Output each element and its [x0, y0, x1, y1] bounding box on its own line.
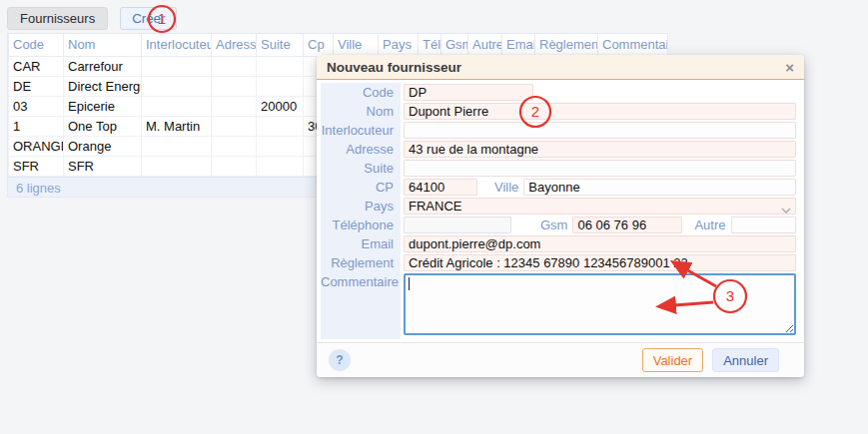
cell-code: DE	[9, 76, 64, 96]
cell-code: 1	[9, 116, 64, 136]
interlocuteur-field[interactable]	[404, 122, 796, 139]
col-header-pays[interactable]: Pays	[379, 34, 419, 56]
telephone-field[interactable]	[404, 217, 511, 233]
cell-nom: Direct Energie	[64, 76, 142, 96]
cell-code: CAR	[9, 56, 64, 76]
tab-fournisseurs[interactable]: Fournisseurs	[7, 7, 108, 30]
cell-code: 03	[9, 96, 64, 116]
dialog-title-bar: Nouveau fournisseur ×	[317, 55, 804, 80]
col-header-tel[interactable]: Tél	[419, 34, 441, 56]
gsm-field[interactable]	[572, 217, 682, 233]
telephone-label: Téléphone	[321, 216, 401, 234]
pays-label: Pays	[321, 197, 401, 216]
ville-field[interactable]	[523, 179, 796, 196]
commentaire-field[interactable]	[404, 273, 796, 335]
col-header-interlocuteur[interactable]: Interlocuteur	[142, 34, 212, 56]
col-header-suite[interactable]: Suite	[257, 34, 304, 56]
col-header-commentaire[interactable]: Commentaire	[598, 34, 668, 56]
cell-nom: Carrefour	[64, 56, 142, 76]
cp-label: CP	[321, 178, 401, 197]
col-header-autre[interactable]: Autre	[468, 34, 502, 56]
col-header-cp[interactable]: Cp	[304, 34, 334, 56]
pays-select[interactable]: FRANCE	[404, 198, 796, 215]
toolbar: Fournisseurs Créer	[7, 7, 177, 30]
autre-label: Autre	[682, 217, 730, 232]
nom-label: Nom	[321, 102, 401, 121]
adresse-field[interactable]	[404, 141, 796, 158]
text-caret	[409, 277, 410, 290]
ville-label: Ville	[477, 180, 523, 195]
col-header-code[interactable]: Code	[9, 34, 64, 56]
email-field[interactable]	[404, 235, 796, 252]
valider-button[interactable]: Valider	[642, 348, 704, 372]
dialog-title: Nouveau fournisseur	[327, 60, 461, 75]
autre-field[interactable]	[731, 217, 796, 233]
close-icon[interactable]: ×	[785, 60, 794, 75]
cell-nom: Epicerie	[64, 96, 142, 116]
col-header-gsm[interactable]: Gsm	[441, 34, 468, 56]
suite-label: Suite	[321, 159, 401, 178]
commentaire-label: Commentaire	[321, 272, 401, 339]
help-button[interactable]: ?	[329, 349, 351, 371]
col-header-nom[interactable]: Nom	[64, 34, 142, 56]
gsm-label: Gsm	[511, 217, 572, 232]
suite-field[interactable]	[404, 160, 796, 177]
cell-code: ORANGE	[9, 136, 64, 156]
cp-field[interactable]	[404, 179, 477, 196]
cell-nom: One Top	[64, 116, 142, 136]
cell-interlocuteur	[142, 56, 212, 76]
col-header-reglement[interactable]: Règlement	[535, 34, 598, 56]
reglement-field[interactable]	[404, 254, 796, 271]
cell-suite	[257, 56, 304, 76]
cell-nom: SFR	[64, 156, 142, 176]
annuler-button[interactable]: Annuler	[712, 348, 779, 372]
col-header-email[interactable]: Email	[502, 34, 535, 56]
cell-code: SFR	[9, 156, 64, 176]
cell-nom: Orange	[64, 136, 142, 156]
pays-selected-value: FRANCE	[409, 199, 461, 214]
code-field[interactable]	[404, 84, 533, 101]
new-supplier-dialog: Nouveau fournisseur × Code Nom Interlocu…	[317, 55, 804, 377]
email-label: Email	[321, 234, 401, 253]
nom-field[interactable]	[404, 103, 796, 120]
col-header-adresse[interactable]: Adresse	[212, 34, 257, 56]
interlocuteur-label: Interlocuteur	[321, 121, 401, 140]
col-header-ville[interactable]: Ville	[334, 34, 379, 56]
dialog-body: Code Nom Interlocuteur Adresse Suite	[317, 80, 804, 342]
code-label: Code	[321, 83, 401, 102]
dialog-footer: ? Valider Annuler	[317, 342, 804, 377]
cell-interlocuteur: M. Martin	[142, 116, 212, 136]
chevron-down-icon	[781, 203, 791, 217]
adresse-label: Adresse	[321, 140, 401, 159]
cell-suite: 20000	[257, 96, 304, 116]
create-supplier-button[interactable]: Créer	[120, 7, 177, 30]
table-header-row: Code Nom Interlocuteur Adresse Suite Cp …	[9, 34, 668, 56]
cell-adresse	[212, 56, 257, 76]
reglement-label: Règlement	[321, 253, 401, 272]
